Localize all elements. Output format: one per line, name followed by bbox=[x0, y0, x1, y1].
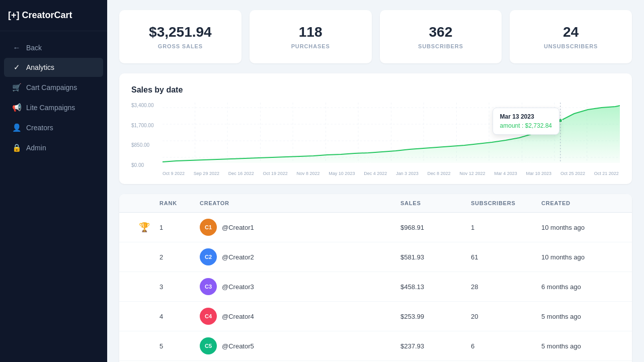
sales-value: $237.93 bbox=[400, 342, 471, 350]
sidebar-item-analytics[interactable]: ✓ Analytics bbox=[4, 58, 103, 77]
creators-table: RANK CREATOR SALES SUBSCRIBERS CREATED 🏆… bbox=[119, 194, 632, 362]
rank-number: 1 bbox=[159, 224, 200, 231]
gross-sales-label: GROSS SALES bbox=[129, 43, 231, 49]
avatar: C5 bbox=[200, 337, 217, 354]
lite-icon: 📢 bbox=[12, 103, 21, 112]
subscribers-count: 6 bbox=[471, 342, 541, 350]
creator-cell: C4 @Creator4 bbox=[200, 308, 400, 325]
sidebar-item-cart-campaigns[interactable]: 🛒 Cart Campaigns bbox=[4, 78, 103, 97]
stat-card-gross-sales: $3,251.94 GROSS SALES bbox=[119, 10, 242, 63]
avatar: C3 bbox=[200, 278, 217, 295]
sidebar-item-creators[interactable]: 👤 Creators bbox=[4, 118, 103, 137]
avatar: C1 bbox=[200, 219, 217, 236]
sidebar-item-admin[interactable]: 🔒 Admin bbox=[4, 138, 103, 157]
creator-cell: C1 @Creator1 bbox=[200, 219, 400, 236]
chart-section: Sales by date $3,400.00 $1,700.00 $850.0… bbox=[119, 73, 632, 184]
sidebar-item-back[interactable]: ← Back bbox=[4, 38, 103, 57]
back-icon: ← bbox=[12, 43, 21, 52]
sales-value: $253.99 bbox=[400, 313, 471, 320]
app-logo: [+] CreatorCart bbox=[0, 0, 107, 31]
table-row[interactable]: 3 C3 @Creator3 $458.13 28 6 months ago bbox=[119, 272, 632, 302]
created-ago: 5 months ago bbox=[541, 313, 622, 320]
chart-svg bbox=[163, 103, 620, 168]
avatar: C2 bbox=[200, 248, 217, 265]
sales-value: $968.91 bbox=[400, 224, 471, 231]
sidebar-nav: ← Back ✓ Analytics 🛒 Cart Campaigns 📢 Li… bbox=[0, 31, 107, 362]
rank-number: 2 bbox=[159, 253, 200, 261]
sales-value: $581.93 bbox=[400, 253, 471, 261]
main-content: $3,251.94 GROSS SALES 118 PURCHASES 362 … bbox=[107, 0, 644, 362]
chart-x-labels: Oct 9 2022 Sep 29 2022 Dec 16 2022 Oct 1… bbox=[131, 171, 620, 176]
table-header: RANK CREATOR SALES SUBSCRIBERS CREATED bbox=[119, 194, 632, 213]
col-creator: CREATOR bbox=[200, 200, 400, 206]
sidebar-item-label: Lite Campaigns bbox=[26, 104, 75, 112]
creator-cell: C5 @Creator5 bbox=[200, 337, 400, 354]
unsubscribers-value: 24 bbox=[520, 24, 622, 40]
created-ago: 6 months ago bbox=[541, 283, 622, 291]
chart-title: Sales by date bbox=[131, 85, 620, 95]
col-created: CREATED bbox=[541, 200, 622, 206]
creator-handle: @Creator1 bbox=[222, 224, 254, 231]
chart-y-labels: $3,400.00 $1,700.00 $850.00 $0.00 bbox=[131, 103, 162, 168]
avatar: C4 bbox=[200, 308, 217, 325]
creator-handle: @Creator3 bbox=[222, 283, 254, 291]
sidebar-item-label: Admin bbox=[26, 144, 46, 152]
subscribers-value: 362 bbox=[390, 24, 492, 40]
stat-cards: $3,251.94 GROSS SALES 118 PURCHASES 362 … bbox=[119, 10, 632, 63]
table-row[interactable]: 4 C4 @Creator4 $253.99 20 5 months ago bbox=[119, 302, 632, 331]
analytics-icon: ✓ bbox=[12, 63, 21, 72]
col-rank: RANK bbox=[159, 200, 200, 206]
subscribers-count: 28 bbox=[471, 283, 541, 291]
gross-sales-value: $3,251.94 bbox=[129, 24, 231, 40]
stat-card-purchases: 118 PURCHASES bbox=[250, 10, 372, 63]
creators-icon: 👤 bbox=[12, 123, 21, 132]
trophy-icon: 🏆 bbox=[129, 222, 159, 233]
sidebar: [+] CreatorCart ← Back ✓ Analytics 🛒 Car… bbox=[0, 0, 107, 362]
rank-number: 3 bbox=[159, 283, 200, 291]
sidebar-item-label: Back bbox=[26, 44, 42, 52]
creator-cell: C2 @Creator2 bbox=[200, 248, 400, 265]
unsubscribers-label: UNSUBSCRIBERS bbox=[520, 43, 622, 49]
table-row[interactable]: 🏆 1 C1 @Creator1 $968.91 1 10 months ago bbox=[119, 213, 632, 242]
chart-area: $3,400.00 $1,700.00 $850.00 $0.00 bbox=[131, 103, 620, 168]
sidebar-item-label: Cart Campaigns bbox=[26, 83, 77, 92]
admin-icon: 🔒 bbox=[12, 143, 21, 152]
rank-number: 4 bbox=[159, 313, 200, 320]
subscribers-label: SUBSCRIBERS bbox=[390, 43, 492, 49]
creator-handle: @Creator2 bbox=[222, 253, 254, 261]
subscribers-count: 61 bbox=[471, 253, 541, 261]
stat-card-unsubscribers: 24 UNSUBSCRIBERS bbox=[510, 10, 632, 63]
col-subscribers: SUBSCRIBERS bbox=[471, 200, 541, 206]
table-row[interactable]: 5 C5 @Creator5 $237.93 6 5 months ago bbox=[119, 331, 632, 361]
rank-number: 5 bbox=[159, 342, 200, 350]
created-ago: 5 months ago bbox=[541, 342, 622, 350]
col-sales: SALES bbox=[400, 200, 471, 206]
creator-handle: @Creator5 bbox=[222, 342, 254, 350]
sidebar-item-label: Creators bbox=[26, 124, 53, 132]
creator-handle: @Creator4 bbox=[222, 313, 254, 320]
stat-card-subscribers: 362 SUBSCRIBERS bbox=[380, 10, 502, 63]
sidebar-item-lite-campaigns[interactable]: 📢 Lite Campaigns bbox=[4, 98, 103, 117]
cart-icon: 🛒 bbox=[12, 83, 21, 92]
subscribers-count: 20 bbox=[471, 313, 541, 320]
creator-cell: C3 @Creator3 bbox=[200, 278, 400, 295]
sidebar-item-label: Analytics bbox=[26, 63, 54, 71]
table-body: 🏆 1 C1 @Creator1 $968.91 1 10 months ago… bbox=[119, 213, 632, 362]
purchases-value: 118 bbox=[260, 24, 362, 40]
subscribers-count: 1 bbox=[471, 224, 541, 231]
created-ago: 10 months ago bbox=[541, 253, 622, 261]
table-row[interactable]: 2 C2 @Creator2 $581.93 61 10 months ago bbox=[119, 242, 632, 272]
sales-value: $458.13 bbox=[400, 283, 471, 291]
created-ago: 10 months ago bbox=[541, 224, 622, 231]
purchases-label: PURCHASES bbox=[260, 43, 362, 49]
col-trophy bbox=[129, 200, 159, 206]
